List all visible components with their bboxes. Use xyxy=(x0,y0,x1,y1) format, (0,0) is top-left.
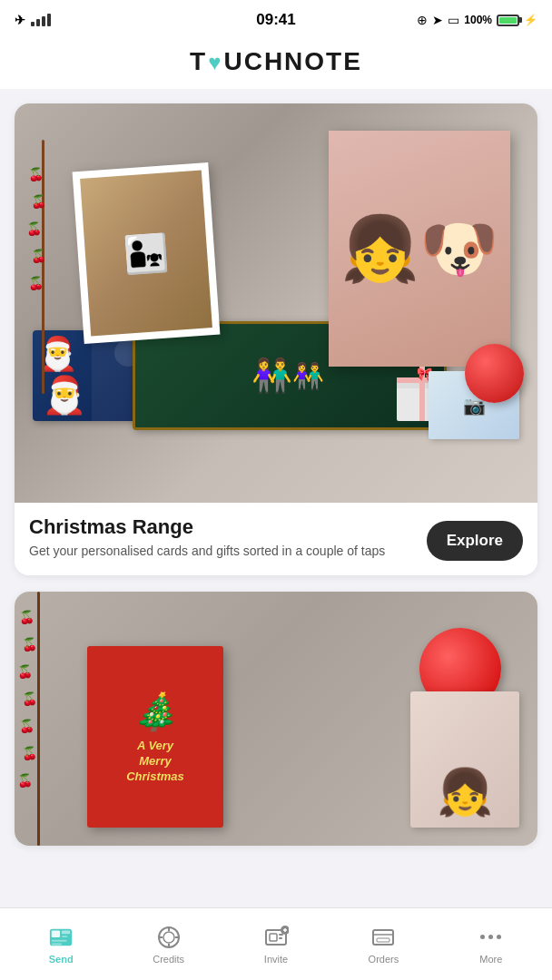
main-content: 👨‍👧 👧🐶 🎅 👫 xyxy=(0,89,552,846)
charging-icon: ⚡ xyxy=(524,14,537,26)
svg-point-7 xyxy=(163,932,174,943)
nav-label-more: More xyxy=(479,954,502,965)
svg-rect-5 xyxy=(52,943,62,945)
berry-branch-2: 🍒 🍒 🍒 🍒 🍒 🍒 🍒 xyxy=(15,592,78,846)
svg-rect-21 xyxy=(377,938,389,942)
credits-icon xyxy=(156,925,182,950)
svg-rect-1 xyxy=(52,930,60,936)
battery-icon xyxy=(497,15,519,26)
battery-percent: 100% xyxy=(464,14,492,26)
svg-rect-15 xyxy=(279,937,282,939)
nav-item-send[interactable]: Send xyxy=(7,917,114,965)
ornament-1 xyxy=(465,344,524,403)
airplane-icon xyxy=(15,13,25,27)
nav-label-orders: Orders xyxy=(369,954,399,965)
status-time: 09:41 xyxy=(256,11,295,29)
photo-canvas: 👧🐶 xyxy=(329,131,510,367)
svg-rect-19 xyxy=(373,930,393,945)
nav-item-orders[interactable]: Orders xyxy=(330,917,437,965)
logo-heart-icon: ♥ xyxy=(208,50,222,75)
berry-branch-1: 🍒 🍒 🍒 🍒 🍒 xyxy=(24,140,74,394)
nav-label-send: Send xyxy=(49,954,74,965)
nav-item-more[interactable]: More xyxy=(438,917,545,965)
svg-rect-13 xyxy=(270,934,277,941)
status-bar: 09:41 ⊕ ➤ ▭ 100% ⚡ xyxy=(0,0,552,40)
promo-image-christmas-range: 👨‍👧 👧🐶 🎅 👫 xyxy=(15,103,537,503)
promo-card-christmas-cards: 🍒 🍒 🍒 🍒 🍒 🍒 🍒 🎄 A VeryMerryChristmas xyxy=(15,592,537,846)
svg-rect-3 xyxy=(62,936,68,937)
svg-rect-4 xyxy=(52,939,67,941)
status-left xyxy=(15,13,51,27)
screen-icon: ▭ xyxy=(448,13,459,27)
promo-overlay-1: Christmas Range Get your personalised ca… xyxy=(15,503,537,575)
send-icon xyxy=(48,925,74,950)
direction-icon: ➤ xyxy=(432,13,443,27)
explore-button[interactable]: Explore xyxy=(427,521,523,561)
orders-icon xyxy=(370,925,396,950)
photo-card-2 xyxy=(410,691,519,828)
xmas-greeting-card: 🎄 A VeryMerryChristmas xyxy=(87,646,223,828)
nav-label-credits: Credits xyxy=(153,954,184,965)
dot-3 xyxy=(497,935,501,939)
app-header: T♥UCHNOTE xyxy=(0,40,552,89)
promo-title-1: Christmas Range xyxy=(29,515,416,539)
bottom-navigation: Send Credits xyxy=(0,907,552,980)
svg-rect-2 xyxy=(62,930,70,934)
location-icon: ⊕ xyxy=(417,13,428,27)
nav-label-invite: Invite xyxy=(264,954,288,965)
invite-icon xyxy=(263,925,289,950)
svg-rect-14 xyxy=(279,934,283,936)
more-icon xyxy=(478,925,504,950)
dot-1 xyxy=(480,935,485,939)
promo-image-christmas-cards: 🍒 🍒 🍒 🍒 🍒 🍒 🍒 🎄 A VeryMerryChristmas xyxy=(15,592,537,846)
app-logo: T♥UCHNOTE xyxy=(190,47,362,76)
promo-subtitle-1: Get your personalised cards and gifts so… xyxy=(29,543,416,561)
photo-frame-1: 👨‍👧 xyxy=(73,162,221,344)
status-right: ⊕ ➤ ▭ 100% ⚡ xyxy=(417,13,537,27)
promo-card-christmas-range: 👨‍👧 👧🐶 🎅 👫 xyxy=(15,103,537,575)
nav-item-credits[interactable]: Credits xyxy=(114,917,222,965)
dot-2 xyxy=(488,935,493,939)
signal-icon xyxy=(31,14,51,26)
nav-item-invite[interactable]: Invite xyxy=(222,917,330,965)
